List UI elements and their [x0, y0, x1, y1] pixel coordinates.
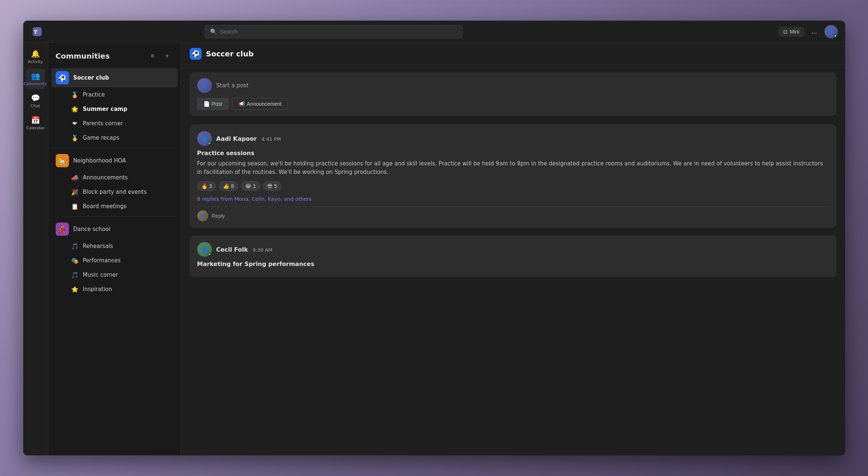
search-input[interactable]: [220, 28, 457, 35]
msg1-time: 4:41 PM: [262, 136, 281, 142]
channel-summer-camp[interactable]: 🌟 Summer camp: [51, 102, 178, 116]
rehearsals-label: Rehearsals: [83, 243, 113, 249]
dance-school-icon: 💃: [56, 223, 69, 236]
message-card-1: 👤 Aadi Kapoor 4:41 PM Practice sessions …: [190, 125, 836, 228]
sidebar-item-community[interactable]: 👥 Community: [26, 69, 45, 89]
add-community-button[interactable]: +: [161, 50, 173, 62]
chat-header: ⚽ Soccer club: [181, 43, 845, 65]
practice-icon: 🏅: [70, 90, 79, 99]
channel-inspiration[interactable]: ⭐ Inspiration: [51, 282, 178, 296]
reaction-fire-count: 3: [209, 183, 212, 189]
communities-header: Communities ≡ +: [48, 43, 181, 66]
reaction-cool[interactable]: 😎 5: [263, 181, 282, 191]
divider-1: [53, 148, 176, 148]
teams-logo: T: [31, 25, 44, 38]
community-icon: 👥: [31, 71, 40, 80]
soccer-club-icon: ⚽: [56, 71, 69, 84]
message-header-2: 👤 Cecil Folk 9:30 AM: [197, 242, 829, 257]
chat-header-icon: ⚽: [190, 48, 202, 60]
title-bar-right: ⊡ Mini ... 👤: [778, 25, 838, 38]
reaction-laugh-count: 1: [253, 183, 256, 189]
channel-music-corner[interactable]: 🎵 Music corner: [51, 268, 178, 282]
main-content: 🔔 Activity 👥 Community 💬 Chat 📅 Calendar…: [23, 43, 845, 455]
inspiration-icon: ⭐: [70, 285, 79, 294]
block-party-label: Block party and events: [83, 189, 147, 195]
post-icon: 📄: [203, 101, 210, 107]
sidebar-item-chat[interactable]: 💬 Chat: [26, 91, 45, 111]
mini-icon: ⊡: [783, 29, 788, 35]
msg1-online-dot: [208, 142, 212, 146]
new-post-actions: 📄 Post 📢 Announcement: [197, 98, 829, 110]
msg1-reactions: 🔥 3 👍 8 😂 1 😎 5: [197, 181, 829, 191]
performances-label: Performances: [83, 257, 121, 264]
channel-block-party[interactable]: 🎉 Block party and events: [51, 185, 178, 199]
user-avatar[interactable]: 👤: [825, 25, 838, 38]
practice-label: Practice: [83, 91, 105, 98]
msg1-avatar: 👤: [197, 131, 212, 146]
performances-icon: 🎭: [70, 256, 79, 265]
board-meetings-icon: 📋: [70, 202, 79, 211]
channel-game-recaps[interactable]: 🥇 Game recaps: [51, 131, 178, 145]
music-corner-label: Music corner: [83, 272, 118, 278]
community-neighborhood-hoa[interactable]: 🏡 Neighborhood HOA: [51, 151, 178, 170]
reaction-thumbsup-count: 8: [231, 183, 234, 189]
icon-rail: 🔔 Activity 👥 Community 💬 Chat 📅 Calendar: [23, 43, 48, 455]
reaction-fire[interactable]: 🔥 3: [197, 181, 216, 191]
game-recaps-label: Game recaps: [83, 134, 119, 141]
msg2-time: 9:30 AM: [253, 247, 272, 253]
channel-practice[interactable]: 🏅 Practice: [51, 88, 178, 102]
chat-header-title: Soccer club: [206, 49, 254, 58]
sidebar-item-activity[interactable]: 🔔 Activity: [26, 46, 45, 67]
more-options-button[interactable]: ...: [808, 26, 820, 37]
community-dance-school[interactable]: 💃 Dance school: [51, 220, 178, 239]
filter-icon: ≡: [151, 53, 154, 59]
reaction-cool-count: 5: [274, 183, 277, 189]
music-corner-icon: 🎵: [70, 270, 79, 279]
channel-announcements[interactable]: 📣 Announcements: [51, 171, 178, 185]
new-post-placeholder[interactable]: Start a post: [216, 82, 249, 89]
sidebar-item-calendar[interactable]: 📅 Calendar: [26, 113, 45, 133]
msg2-online-dot: [208, 253, 212, 256]
dance-school-name: Dance school: [73, 226, 111, 232]
msg1-reply-button[interactable]: Reply: [212, 213, 225, 219]
summer-camp-icon: 🌟: [70, 105, 79, 113]
community-soccer-club[interactable]: ⚽ Soccer club: [51, 68, 178, 87]
chat-messages: 👤 Start a post 📄 Post 📢 Announcement: [181, 65, 845, 455]
activity-label: Activity: [28, 59, 43, 64]
message-header-1: 👤 Aadi Kapoor 4:41 PM: [197, 131, 829, 146]
filter-button[interactable]: ≡: [147, 50, 158, 62]
msg1-replies-link[interactable]: 8 replies from Mona, Colin, Kayo, and ot…: [197, 196, 829, 202]
msg2-author-info: Cecil Folk 9:30 AM: [216, 246, 273, 253]
reaction-cool-emoji: 😎: [267, 183, 273, 189]
chat-label: Chat: [31, 104, 40, 108]
msg1-author-info: Aadi Kapoor 4:41 PM: [216, 135, 281, 142]
channel-performances[interactable]: 🎭 Performances: [51, 253, 178, 267]
community-label: Community: [24, 81, 47, 86]
reaction-fire-emoji: 🔥: [201, 183, 208, 189]
reaction-thumbsup[interactable]: 👍 8: [219, 181, 238, 191]
msg1-reply-row: 👤 Reply: [197, 206, 829, 221]
board-meetings-label: Board meetings: [83, 203, 127, 210]
search-bar[interactable]: 🔍: [205, 25, 463, 38]
mini-button[interactable]: ⊡ Mini: [778, 27, 804, 36]
game-recaps-icon: 🥇: [70, 133, 79, 142]
parents-corner-icon: ❤️: [70, 119, 79, 128]
app-window: T 🔍 ⊡ Mini ... 👤 🔔 Activit: [23, 21, 845, 455]
current-user-avatar: 👤: [197, 78, 212, 93]
summer-camp-label: Summer camp: [83, 106, 128, 112]
msg2-title: Marketing for Spring performances: [197, 260, 829, 267]
msg1-author-name: Aadi Kapoor: [216, 135, 257, 142]
communities-list: ⚽ Soccer club 🏅 Practice 🌟 Summer camp ❤…: [48, 66, 181, 455]
channel-rehearsals[interactable]: 🎵 Rehearsals: [51, 239, 178, 253]
reaction-thumbsup-emoji: 👍: [223, 183, 229, 189]
post-button[interactable]: 📄 Post: [197, 98, 229, 110]
channel-board-meetings[interactable]: 📋 Board meetings: [51, 199, 178, 213]
hoa-name: Neighborhood HOA: [73, 157, 126, 164]
msg2-author-name: Cecil Folk: [216, 246, 248, 253]
online-status-dot: [834, 34, 837, 38]
channel-parents-corner[interactable]: ❤️ Parents corner: [51, 116, 178, 130]
announcements-label: Announcements: [83, 174, 128, 181]
msg1-reply-avatar: 👤: [197, 210, 208, 221]
announcement-button[interactable]: 📢 Announcement: [232, 98, 288, 110]
reaction-laugh[interactable]: 😂 1: [241, 181, 260, 191]
